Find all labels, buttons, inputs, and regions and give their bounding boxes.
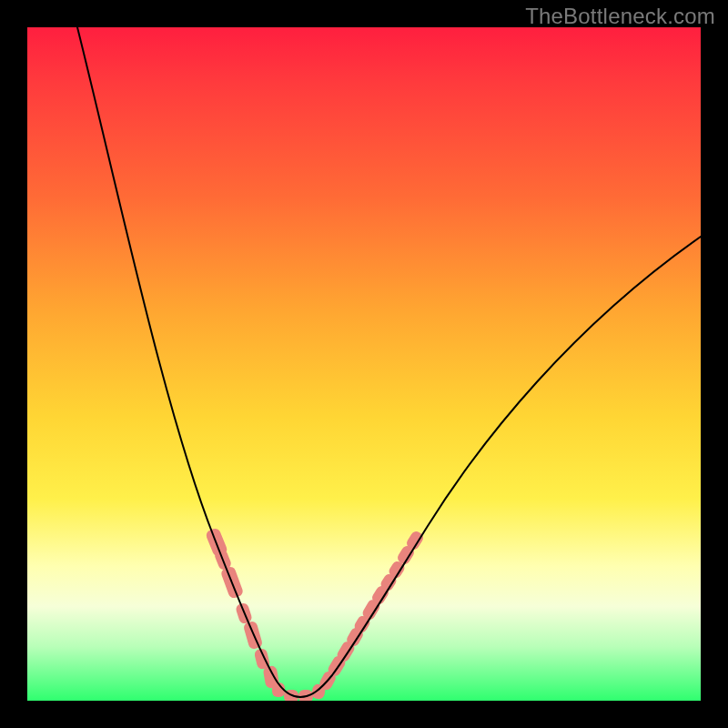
bottleneck-curve	[77, 27, 701, 697]
markers-group	[205, 527, 425, 701]
plot-area	[27, 27, 701, 701]
chart-frame: TheBottleneck.com	[0, 0, 728, 728]
watermark-text: TheBottleneck.com	[525, 4, 715, 29]
chart-svg	[27, 27, 701, 701]
